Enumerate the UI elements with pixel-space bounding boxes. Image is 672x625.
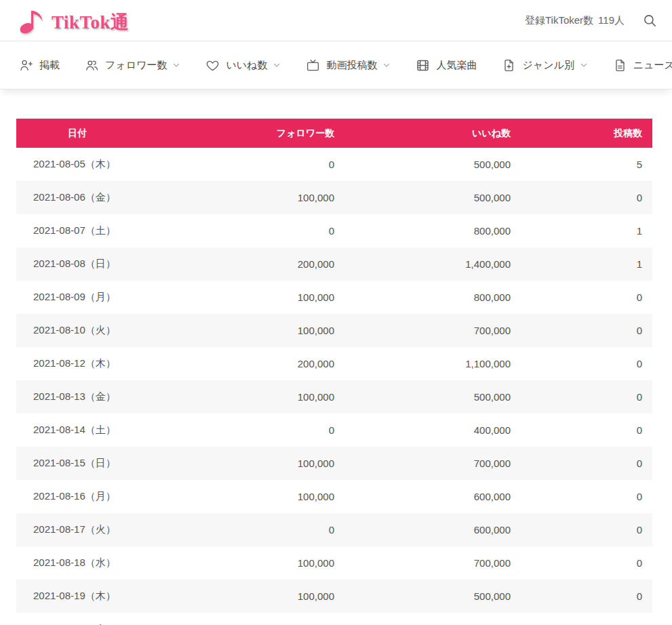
likes-cell: 700,000 — [334, 447, 511, 480]
column-header: いいね数 — [334, 119, 511, 148]
posts-cell: 0 — [511, 546, 652, 580]
followers-cell: 200,000 — [138, 347, 334, 380]
posts-cell: 0 — [511, 281, 652, 314]
nav-item-video-posts[interactable]: 動画投稿数 — [306, 58, 391, 73]
table-row: 2021-08-06（金）100,000500,0000 — [16, 181, 652, 214]
likes-cell: 1,100,000 — [334, 347, 511, 380]
nav-item-label: フォロワー数 — [105, 59, 167, 72]
likes-cell: 700,000 — [334, 546, 511, 580]
registered-tiktoker-count: 登録TikToker数 119人 — [525, 14, 625, 27]
likes-cell: 400,000 — [334, 414, 511, 447]
followers-cell: 100,000 — [138, 480, 334, 513]
followers-cell: 0 — [138, 513, 334, 546]
stats-table: 日付フォロワー数いいね数投稿数 2021-08-05（木）0500,000520… — [16, 119, 652, 625]
search-icon — [642, 13, 657, 28]
chevron-down-icon — [273, 61, 281, 69]
search-button[interactable] — [642, 13, 657, 28]
posts-cell: 0 — [511, 480, 652, 513]
table-row: 2021-08-07（土）0800,0001 — [16, 214, 652, 247]
site-logo[interactable]: TikTok通 — [18, 4, 130, 37]
table-row: 2021-08-18（水）100,000700,0000 — [16, 546, 652, 580]
chevron-down-icon — [382, 61, 391, 69]
date-cell: 2021-08-16（月） — [16, 480, 138, 513]
followers-cell: 100,000 — [138, 380, 334, 414]
likes-cell: 1,400,000 — [334, 247, 511, 281]
table-row: 2021-08-17（火）0600,0000 — [16, 513, 652, 546]
date-cell: 2021-08-13（金） — [16, 380, 138, 414]
music-note-icon — [18, 4, 50, 37]
person-add-icon — [19, 58, 33, 73]
date-cell: 2021-08-14（土） — [16, 414, 138, 447]
nav-item-label: 動画投稿数 — [326, 59, 377, 72]
nav-item-likes[interactable]: いいね数 — [205, 58, 281, 73]
likes-cell: 600,000 — [334, 513, 511, 546]
date-cell: 2021-08-10（火） — [16, 314, 138, 347]
nav-item-popular-songs[interactable]: 人気楽曲 — [416, 58, 477, 73]
table-row: 2021-08-05（木）0500,0005 — [16, 148, 652, 181]
posts-cell: 1 — [511, 247, 652, 281]
nav-item-label: いいね数 — [226, 59, 267, 72]
likes-cell: 500,000 — [334, 148, 511, 181]
posts-cell: 0 — [511, 380, 652, 414]
likes-cell: 500,000 — [334, 181, 511, 214]
date-cell: 2021-08-15（日） — [16, 447, 138, 480]
site-title: TikTok通 — [52, 14, 130, 37]
news-icon — [613, 58, 627, 73]
posts-cell: 0 — [511, 513, 652, 546]
date-cell: 2021-08-09（月） — [16, 281, 138, 314]
table-row: 2021-08-13（金）100,000500,0000 — [16, 380, 652, 414]
date-cell: 2021-08-08（日） — [16, 247, 138, 281]
followers-cell: 100,000 — [138, 314, 334, 347]
table-row: 2021-08-19（木）100,000500,0000 — [16, 580, 652, 613]
chevron-down-icon — [580, 61, 588, 69]
followers-cell: 100,000 — [138, 281, 334, 314]
date-cell: 2021-08-06（金） — [16, 181, 138, 214]
table-row: 2021-08-16（月）100,000600,0000 — [16, 480, 652, 513]
followers-cell: 200,000 — [138, 247, 334, 281]
date-cell: 2021-08-12（木） — [16, 347, 138, 380]
nav-item-followers[interactable]: フォロワー数 — [85, 58, 180, 73]
likes-cell — [334, 613, 511, 625]
heart-icon — [205, 58, 220, 73]
followers-cell: 0 — [138, 414, 334, 447]
nav-item-label: ジャンル別 — [522, 59, 574, 72]
nav-item-news[interactable]: ニュース — [613, 58, 672, 73]
nav-item-label: ニュース — [633, 59, 672, 72]
posts-cell: 0 — [511, 314, 652, 347]
table-row: 2021-08-12（木）200,0001,100,0000 — [16, 347, 652, 380]
nav-item-genre[interactable]: ジャンル別 — [502, 58, 587, 73]
followers-cell — [138, 613, 334, 625]
date-cell: 2021-08-20（金） — [16, 613, 138, 625]
date-cell: 2021-08-05（木） — [16, 148, 138, 181]
nav-item-keisai[interactable]: 掲載 — [19, 58, 60, 73]
likes-cell: 700,000 — [334, 314, 511, 347]
table-row: 2021-08-15（日）100,000700,0000 — [16, 447, 652, 480]
date-cell: 2021-08-18（水） — [16, 546, 138, 580]
registered-count-value: 119人 — [598, 14, 625, 27]
likes-cell: 800,000 — [334, 214, 511, 247]
likes-cell: 500,000 — [334, 380, 511, 414]
file-plus-icon — [502, 58, 516, 73]
main-content: 日付フォロワー数いいね数投稿数 2021-08-05（木）0500,000520… — [0, 89, 672, 625]
main-nav: 掲載フォロワー数いいね数動画投稿数人気楽曲ジャンル別ニュース — [0, 41, 672, 89]
posts-cell: 0 — [511, 181, 652, 214]
date-cell: 2021-08-17（火） — [16, 513, 138, 546]
table-row: 2021-08-14（土）0400,0000 — [16, 414, 652, 447]
film-icon — [416, 58, 430, 73]
posts-cell: 0 — [511, 447, 652, 480]
table-body: 2021-08-05（木）0500,00052021-08-06（金）100,0… — [16, 148, 652, 625]
date-cell: 2021-08-19（木） — [16, 580, 138, 613]
table-header-row: 日付フォロワー数いいね数投稿数 — [16, 119, 652, 148]
chevron-down-icon — [172, 61, 180, 69]
table-row: 2021-08-09（月）100,000800,0000 — [16, 281, 652, 314]
posts-cell: 0 — [511, 414, 652, 447]
table-row: 2021-08-08（日）200,0001,400,0001 — [16, 247, 652, 281]
nav-item-label: 人気楽曲 — [436, 59, 477, 72]
column-header: フォロワー数 — [138, 119, 334, 148]
date-cell: 2021-08-07（土） — [16, 214, 138, 247]
people-icon — [85, 58, 99, 73]
followers-cell: 100,000 — [138, 580, 334, 613]
likes-cell: 600,000 — [334, 480, 511, 513]
likes-cell: 500,000 — [334, 580, 511, 613]
followers-cell: 0 — [138, 214, 334, 247]
